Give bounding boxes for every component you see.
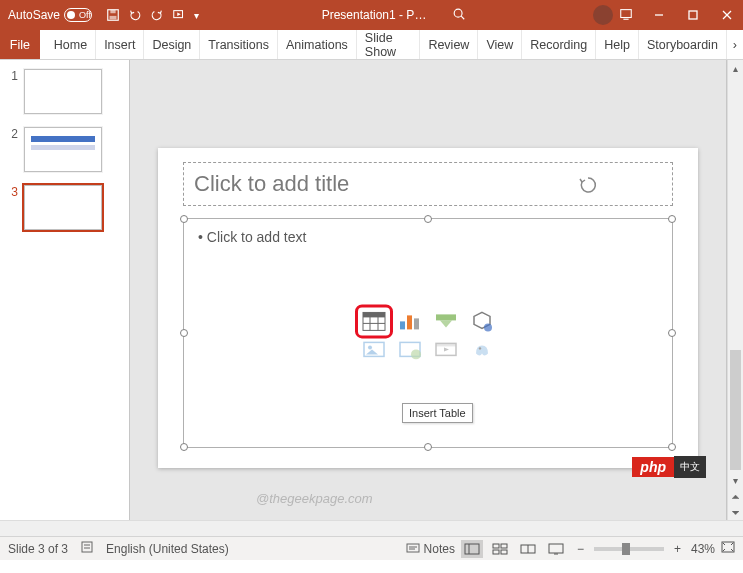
svg-point-21: [484, 323, 492, 331]
insert-icon-icon[interactable]: [468, 337, 496, 361]
qat-more-icon[interactable]: ▾: [194, 10, 199, 21]
scroll-down-icon[interactable]: ▾: [728, 472, 743, 488]
selection-handle[interactable]: [668, 329, 676, 337]
tab-help[interactable]: Help: [596, 30, 639, 59]
thumbnail-row: 3: [0, 176, 129, 234]
window-controls: [643, 0, 743, 30]
slideshow-view-button[interactable]: [545, 540, 567, 558]
thumbnail-number: 2: [6, 127, 18, 141]
selection-handle[interactable]: [424, 443, 432, 451]
reading-view-button[interactable]: [517, 540, 539, 558]
autosave-label: AutoSave: [8, 8, 60, 22]
tab-file[interactable]: File: [0, 30, 40, 59]
svg-rect-39: [493, 550, 499, 554]
svg-rect-1: [110, 10, 115, 14]
thumbnail-row: 1: [0, 60, 129, 118]
selection-handle[interactable]: [668, 215, 676, 223]
zoom-level[interactable]: 43%: [691, 542, 715, 556]
tab-review[interactable]: Review: [420, 30, 478, 59]
vertical-scrollbar[interactable]: ▴ ▾ ⏶ ⏷: [727, 60, 743, 520]
start-from-beginning-icon[interactable]: [172, 8, 186, 22]
scroll-up-icon[interactable]: ▴: [728, 60, 743, 76]
selection-handle[interactable]: [424, 215, 432, 223]
selection-handle[interactable]: [180, 215, 188, 223]
tab-view[interactable]: View: [478, 30, 522, 59]
ribbon-overflow-icon[interactable]: ›: [727, 38, 743, 52]
tab-design[interactable]: Design: [144, 30, 200, 59]
thumbnail-slide-3[interactable]: [24, 185, 102, 230]
rotate-handle-icon[interactable]: [578, 175, 598, 199]
slide[interactable]: Click to add title Click to add text: [158, 148, 698, 468]
zoom-in-button[interactable]: +: [670, 542, 685, 556]
previous-slide-icon[interactable]: ⏶: [728, 488, 743, 504]
language-status[interactable]: English (United States): [106, 542, 229, 556]
thumbnail-pane[interactable]: 1 2 3: [0, 60, 130, 520]
scroll-thumb[interactable]: [730, 350, 741, 470]
next-slide-icon[interactable]: ⏷: [728, 504, 743, 520]
close-button[interactable]: [711, 0, 743, 30]
zoom-out-button[interactable]: −: [573, 542, 588, 556]
tab-storyboarding[interactable]: Storyboardin: [639, 30, 727, 59]
slide-sorter-button[interactable]: [489, 540, 511, 558]
cn-badge: 中文: [674, 456, 706, 478]
svg-rect-37: [493, 544, 499, 548]
selection-handle[interactable]: [180, 443, 188, 451]
insert-pictures-icon[interactable]: [360, 337, 388, 361]
insert-chart-icon[interactable]: [396, 309, 424, 333]
window-title-area: Presentation1 - P…: [205, 7, 583, 24]
body-placeholder-text: Click to add text: [184, 219, 672, 255]
svg-rect-18: [407, 315, 412, 329]
ribbon-display-icon[interactable]: [619, 7, 633, 24]
notes-label: Notes: [424, 542, 455, 556]
selection-handle[interactable]: [180, 329, 188, 337]
tab-transitions[interactable]: Transitions: [200, 30, 278, 59]
svg-rect-38: [501, 544, 507, 548]
insert-video-icon[interactable]: [432, 337, 460, 361]
insert-online-pictures-icon[interactable]: [396, 337, 424, 361]
slide-canvas-area[interactable]: Click to add title Click to add text: [130, 60, 727, 520]
content-placeholder[interactable]: Click to add text: [183, 218, 673, 448]
thumbnail-slide-2[interactable]: [24, 127, 102, 172]
zoom-slider[interactable]: [594, 547, 664, 551]
title-placeholder[interactable]: Click to add title: [183, 162, 673, 206]
undo-icon[interactable]: [128, 8, 142, 22]
maximize-button[interactable]: [677, 0, 709, 30]
svg-rect-19: [414, 318, 419, 329]
minimize-button[interactable]: [643, 0, 675, 30]
autosave-toggle[interactable]: Off: [64, 8, 92, 22]
horizontal-scrollbar[interactable]: [0, 520, 743, 536]
fit-to-window-button[interactable]: [721, 541, 735, 556]
avatar: [593, 5, 613, 25]
normal-view-button[interactable]: [461, 540, 483, 558]
svg-rect-29: [82, 542, 92, 552]
tab-slide-show[interactable]: Slide Show: [357, 30, 421, 59]
ribbon-tabs: File Home Insert Design Transitions Anim…: [0, 30, 743, 60]
save-icon[interactable]: [106, 8, 120, 22]
search-icon[interactable]: [452, 7, 466, 24]
tab-home[interactable]: Home: [46, 30, 96, 59]
insert-table-icon[interactable]: [360, 309, 388, 333]
thumbnail-row: 2: [0, 118, 129, 176]
content-icon-grid: [353, 305, 503, 365]
svg-rect-35: [465, 544, 479, 554]
svg-rect-9: [689, 11, 697, 19]
tab-insert[interactable]: Insert: [96, 30, 144, 59]
redo-icon[interactable]: [150, 8, 164, 22]
zoom-slider-handle[interactable]: [622, 543, 630, 555]
tab-recording[interactable]: Recording: [522, 30, 596, 59]
svg-point-25: [411, 349, 421, 359]
svg-point-23: [368, 345, 372, 349]
account-area[interactable]: [583, 5, 643, 25]
autosave-group: AutoSave Off: [0, 8, 100, 22]
svg-rect-20: [436, 314, 456, 320]
tab-animations[interactable]: Animations: [278, 30, 357, 59]
selection-handle[interactable]: [668, 443, 676, 451]
accessibility-icon[interactable]: [80, 540, 94, 557]
watermark-text: @thegeekpage.com: [256, 491, 373, 506]
thumbnail-slide-1[interactable]: [24, 69, 102, 114]
notes-button[interactable]: Notes: [406, 542, 455, 556]
insert-3d-model-icon[interactable]: [468, 309, 496, 333]
insert-smartart-icon[interactable]: [432, 309, 460, 333]
svg-rect-6: [621, 9, 632, 17]
document-title: Presentation1 - P…: [322, 8, 427, 22]
